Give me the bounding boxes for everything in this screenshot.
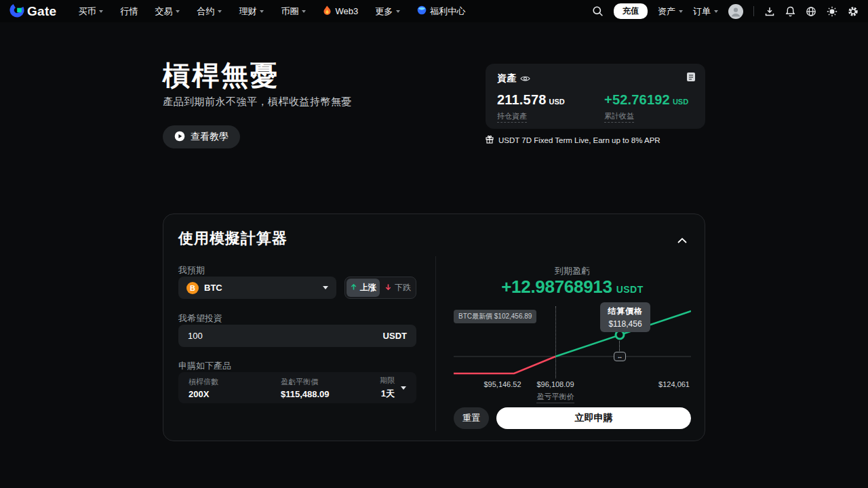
menu-futures[interactable]: 合约	[197, 5, 222, 18]
menu-more[interactable]: 更多	[375, 5, 400, 18]
settlement-price-tooltip: 结算價格 $118,456	[600, 302, 650, 332]
coin-select[interactable]: B BTC	[178, 277, 336, 299]
caret-down-icon	[260, 10, 264, 13]
eye-icon[interactable]	[520, 75, 530, 83]
flame-icon	[323, 5, 332, 18]
breakeven-dashed-line	[555, 306, 556, 378]
page-title: 槓桿無憂	[163, 57, 279, 94]
invest-input[interactable]	[188, 331, 383, 341]
simulator-calculator-card: 使用模擬計算器 我預期 B BTC 上涨 下跌	[163, 214, 705, 441]
btc-icon: B	[186, 282, 199, 294]
menu-earn[interactable]: 理财	[239, 5, 264, 18]
menu-buy-crypto[interactable]: 买币	[78, 5, 103, 18]
caret-down-icon	[679, 10, 683, 13]
product-label: 申購如下產品	[178, 360, 231, 372]
main-menu: 买币 行情 交易 合约 理财 币圈 Web3 更多 福利中心	[78, 5, 465, 18]
avatar[interactable]	[728, 4, 743, 19]
direction-up-button[interactable]: 上涨	[347, 279, 380, 297]
x-tick-breakeven: $96,108.09	[536, 380, 574, 388]
caret-down-icon	[323, 286, 328, 289]
divider	[753, 6, 754, 16]
invest-input-row: USDT	[178, 325, 416, 347]
view-tutorial-button[interactable]: 查看教學	[163, 125, 240, 148]
assets-menu[interactable]: 资产	[658, 5, 683, 18]
calculator-title: 使用模擬計算器	[178, 228, 288, 249]
breakeven-caption[interactable]: 盈亏平衡价	[537, 392, 574, 403]
gate-logo-icon	[9, 3, 24, 20]
divider	[435, 256, 436, 431]
language-globe-icon[interactable]	[806, 6, 816, 17]
gift-icon	[486, 135, 494, 145]
collapse-chevron-up-icon[interactable]	[677, 234, 687, 246]
expect-label: 我預期	[178, 264, 205, 277]
caret-down-icon	[714, 10, 718, 13]
theme-sun-icon[interactable]	[827, 6, 837, 17]
promo-announcement[interactable]: USDT 7D Fixed Term Live, Earn up to 8% A…	[486, 135, 660, 145]
coin-select-value: BTC	[204, 283, 222, 293]
notifications-bell-icon[interactable]	[785, 6, 795, 17]
caret-down-icon	[396, 10, 400, 13]
page: Gate 买币 行情 交易 合约 理财 币圈 Web3 更多 福利中心	[0, 0, 868, 488]
gate-logo-text: Gate	[27, 4, 56, 19]
expiry-pnl-value: +12.98768913USDT	[454, 277, 691, 298]
product-select-row[interactable]: 槓桿倍數 200X 盈虧平衡價 $115,488.09 期限 1天	[178, 372, 416, 403]
caret-down-icon	[218, 10, 222, 13]
download-app-icon[interactable]	[764, 6, 775, 17]
cumulative-profit-label: 累計收益	[604, 111, 634, 123]
menu-markets[interactable]: 行情	[120, 5, 138, 18]
play-icon	[174, 131, 185, 144]
marker-dashed-line	[619, 341, 620, 351]
arrow-down-icon	[384, 283, 392, 293]
caret-down-icon	[401, 386, 406, 390]
breakeven-column: 盈虧平衡價 $115,488.09	[281, 377, 380, 399]
page-subtitle: 產品到期前永不強平，槓桿收益持幣無憂	[163, 96, 352, 108]
holding-assets-value: 211.578	[497, 92, 547, 107]
menu-rewards-hub[interactable]: 福利中心	[417, 5, 465, 18]
holding-assets-label: 持仓資產	[497, 111, 527, 123]
invest-unit: USDT	[383, 331, 407, 341]
search-icon[interactable]	[592, 5, 604, 17]
deposit-button[interactable]: 充值	[614, 3, 648, 19]
direction-down-button[interactable]: 下跌	[381, 279, 414, 297]
asset-card-header: 資產	[497, 73, 530, 85]
cumulative-profit-value: +52.76192	[604, 92, 670, 107]
direction-toggle: 上涨 下跌	[344, 277, 416, 299]
gate-logo[interactable]: Gate	[9, 3, 56, 20]
menu-web3[interactable]: Web3	[323, 5, 358, 18]
caret-down-icon	[302, 10, 306, 13]
x-tick-right: $124,061	[658, 380, 690, 388]
invest-label: 我希望投資	[178, 312, 222, 325]
settings-gear-icon[interactable]	[848, 6, 859, 17]
caret-down-icon	[176, 10, 180, 13]
subscribe-now-button[interactable]: 立即申購	[496, 407, 691, 429]
orders-menu[interactable]: 订单	[693, 5, 718, 18]
statement-document-icon[interactable]	[686, 72, 696, 85]
menu-moments[interactable]: 币圈	[281, 5, 306, 18]
btc-latest-price-badge: BTC最新價 $102,456.89	[454, 310, 536, 323]
top-navbar: Gate 买币 行情 交易 合约 理财 币圈 Web3 更多 福利中心	[0, 0, 868, 22]
holding-assets-block: 211.578USD 持仓資產	[497, 92, 565, 123]
term-column: 期限 1天	[380, 375, 395, 400]
asset-summary-card: 資產 211.578USD 持仓資產 +52.76192USD 累計收益	[486, 64, 705, 129]
leverage-column: 槓桿倍數 200X	[189, 377, 281, 399]
arrow-up-icon	[350, 283, 357, 293]
cumulative-profit-block: +52.76192USD 累計收益	[604, 92, 688, 123]
gem-icon	[417, 5, 427, 17]
reset-button[interactable]: 重置	[454, 407, 489, 429]
menu-trade[interactable]: 交易	[155, 5, 180, 18]
payoff-chart: BTC最新價 $102,456.89 结算價格 $118,456 ↔ $95,1…	[454, 302, 691, 403]
x-tick-left: $95,146.52	[484, 380, 521, 388]
navbar-right: 充值 资产 订单	[592, 3, 859, 19]
chart-title: 到期盈虧	[454, 265, 691, 277]
price-drag-handle[interactable]: ↔	[614, 352, 626, 361]
caret-down-icon	[99, 10, 103, 13]
